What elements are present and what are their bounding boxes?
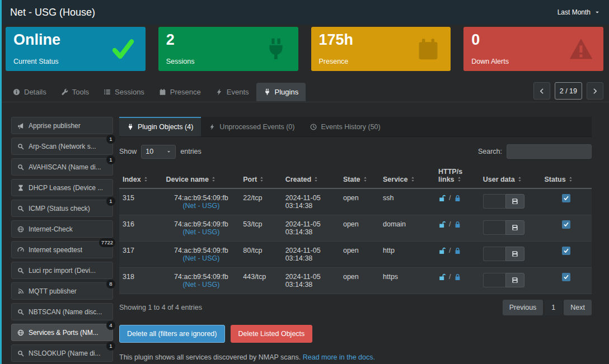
sidebar-item-apprise-publisher[interactable]: Apprise publisher (11, 117, 113, 134)
tab-tools[interactable]: Tools (54, 83, 96, 101)
cell-created: 2024-11-05 03:14:38 (282, 242, 340, 268)
plugin-description: This plugin shows all services discovere… (119, 353, 592, 361)
card-presence: 175h Presence (311, 27, 451, 71)
entries-label: entries (180, 148, 202, 155)
calendar-icon (159, 88, 166, 96)
sidebar-item-dhcp-leases[interactable]: DHCP Leases (Device ... (11, 179, 113, 196)
prev-device-button[interactable] (533, 82, 550, 100)
user-data-input[interactable] (483, 273, 505, 287)
search-icon (17, 164, 24, 171)
column-header-index[interactable]: Index (119, 166, 163, 188)
sort-icon (410, 176, 416, 182)
previous-page-button[interactable]: Previous (503, 300, 544, 315)
sidebar-item-mqtt-publisher[interactable]: MQTT publisher 8 (11, 282, 113, 300)
sidebar-item-luci-rpc-import[interactable]: Luci rpc import (Devi... (11, 262, 113, 279)
save-user-data-button[interactable] (505, 194, 524, 209)
sidebar-item-nbtscan[interactable]: NBTSCAN (Name disc... (11, 303, 113, 320)
http-link-lock-open-icon[interactable] (438, 247, 446, 254)
plug-icon (264, 88, 271, 96)
save-user-data-button[interactable] (505, 273, 524, 287)
tab-presence[interactable]: Presence (152, 83, 208, 101)
check-icon (564, 222, 569, 227)
status-checkbox-checked[interactable] (562, 273, 570, 281)
check-icon (111, 37, 135, 62)
device-pager-indicator: 2 / 19 (555, 82, 582, 100)
sidebar-item-icmp[interactable]: ICMP (Status check) 1 (11, 200, 113, 217)
https-link-lock-closed-icon[interactable] (454, 221, 461, 228)
page-size-select[interactable]: 10 (141, 145, 176, 159)
sidebar-item-arp-scan[interactable]: Arp-Scan (Network s... 1 (11, 138, 113, 155)
count-badge: 1 (106, 135, 115, 144)
device-mac: 74:ac:b9:54:09:fb (166, 247, 237, 254)
table-row: 317 74:ac:b9:54:09:fb (Net - USG) 80/tcp… (119, 242, 592, 268)
card-down-alerts: 0 Down Alerts (463, 27, 603, 71)
status-checkbox-checked[interactable] (562, 247, 570, 255)
status-checkbox-checked[interactable] (562, 194, 570, 202)
tab-details[interactable]: Details (6, 83, 54, 101)
search-input[interactable] (507, 144, 592, 159)
search-icon (17, 350, 24, 357)
next-page-button[interactable]: Next (564, 300, 592, 315)
cell-created: 2024-11-05 03:14:38 (282, 268, 340, 294)
column-header-service[interactable]: Service (380, 166, 435, 188)
column-header-state[interactable]: State (340, 166, 380, 188)
save-user-data-button[interactable] (505, 220, 524, 235)
column-header-status[interactable]: Status (541, 166, 592, 188)
search-label: Search: (478, 148, 502, 155)
https-link-lock-closed-icon[interactable] (454, 273, 461, 281)
left-accent-bar (0, 0, 2, 364)
status-checkbox-checked[interactable] (562, 220, 570, 229)
device-link[interactable]: (Net - USG) (166, 281, 237, 289)
delete-listed-button[interactable]: Delete Listed Objects (231, 325, 313, 343)
device-mac: 74:ac:b9:54:09:fb (166, 194, 237, 202)
table-footer: Showing 1 to 4 of 4 entries Previous 1 N… (119, 300, 592, 315)
http-link-lock-open-icon[interactable] (438, 273, 446, 281)
tab-plugins[interactable]: Plugins (256, 83, 306, 101)
sidebar-item-internet-speedtest[interactable]: Internet speedtest 7722 (11, 241, 113, 258)
next-device-button[interactable] (587, 82, 603, 100)
user-data-input[interactable] (483, 220, 505, 235)
table-header-row: Index Device name Port Created State Ser… (119, 166, 592, 188)
sidebar-item-services-ports[interactable]: Services & Ports (NM... 4 (11, 324, 113, 341)
column-header-user-data[interactable]: User data (480, 166, 541, 188)
cell-device-name: 74:ac:b9:54:09:fb (Net - USG) (163, 242, 240, 268)
pagination: Previous 1 Next (503, 300, 592, 315)
search-icon (17, 267, 24, 274)
list-icon (104, 88, 111, 96)
https-link-lock-closed-icon[interactable] (454, 195, 461, 202)
tab-events-history[interactable]: Events History (50) (302, 117, 388, 136)
sort-icon (143, 176, 149, 182)
sidebar-item-internet-check[interactable]: Internet-Check (11, 220, 113, 238)
http-link-lock-open-icon[interactable] (438, 195, 446, 202)
http-link-lock-open-icon[interactable] (438, 221, 446, 228)
sidebar-item-nslookup[interactable]: NSLOOKUP (Name di... 1 (11, 344, 113, 362)
cell-service: domain (380, 215, 435, 242)
device-link[interactable]: (Net - USG) (166, 228, 237, 236)
page-1-button[interactable]: 1 (545, 300, 562, 315)
column-header-port[interactable]: Port (240, 166, 282, 188)
card-sessions: 2 Sessions (158, 27, 298, 71)
cell-user-data (480, 268, 541, 294)
tab-plugin-objects[interactable]: Plugin Objects (4) (119, 117, 201, 136)
column-header-device-name[interactable]: Device name (163, 166, 240, 188)
cell-device-name: 74:ac:b9:54:09:fb (Net - USG) (163, 268, 240, 294)
user-data-input[interactable] (483, 247, 505, 261)
cell-port: 80/tcp (240, 242, 282, 268)
column-header-created[interactable]: Created (282, 166, 340, 188)
device-link[interactable]: (Net - USG) (166, 202, 237, 210)
device-link[interactable]: (Net - USG) (166, 254, 237, 262)
delete-all-button[interactable]: Delete all (filters are ignored) (119, 325, 225, 343)
save-user-data-button[interactable] (505, 247, 524, 261)
tab-unprocessed-events[interactable]: Unprocessed Events (0) (201, 117, 302, 136)
tab-events[interactable]: Events (208, 83, 256, 101)
period-selector[interactable]: Last Month (558, 8, 600, 16)
user-data-input[interactable] (483, 194, 505, 209)
page-title: Net - USG (House) (10, 7, 95, 18)
column-header-https-links[interactable]: HTTP/s links (435, 166, 480, 188)
https-link-lock-closed-icon[interactable] (454, 247, 461, 254)
sidebar-item-avahiscan[interactable]: AVAHISCAN (Name di... 1 (11, 158, 113, 176)
bolt-icon (216, 88, 223, 96)
sidebar-item-label: NBTSCAN (Name disc... (29, 308, 102, 316)
docs-link[interactable]: Read more in the docs. (303, 353, 375, 361)
tab-sessions[interactable]: Sessions (96, 83, 152, 101)
